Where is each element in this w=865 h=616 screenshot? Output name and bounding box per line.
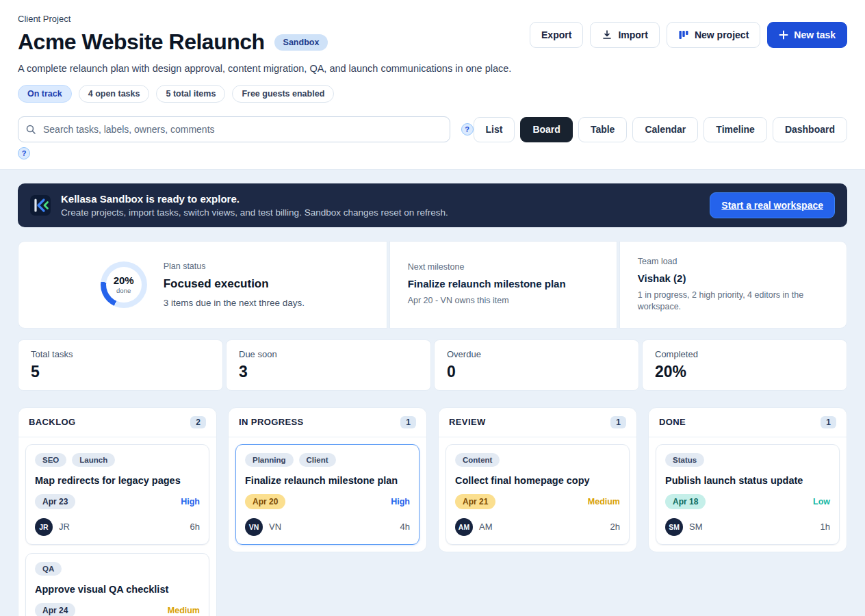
sandbox-banner: Kellasa Sandbox is ready to explore. Cre…: [18, 183, 847, 227]
task-card[interactable]: StatusPublish launch status updateApr 18…: [656, 444, 840, 545]
status-pills: On track4 open tasks5 total itemsFree gu…: [18, 85, 847, 103]
time-estimate: 6h: [190, 522, 200, 532]
team-load-subtitle: 1 in progress, 2 high priority, 4 editor…: [638, 290, 829, 313]
project-description: A complete relaunch plan with design app…: [18, 63, 847, 74]
plan-progress-percent: 20%: [114, 274, 134, 286]
task-title: Collect final homepage copy: [455, 475, 620, 486]
view-tab-timeline[interactable]: Timeline: [703, 117, 767, 142]
view-tab-table[interactable]: Table: [578, 117, 628, 142]
view-tab-board[interactable]: Board: [520, 117, 572, 142]
column-count-badge: 1: [610, 416, 626, 428]
milestone-title: Finalize relaunch milestone plan: [408, 278, 599, 290]
plan-status-title: Focused execution: [164, 277, 305, 291]
board-column-backlog: BACKLOG2SEOLaunchMap redirects for legac…: [18, 407, 217, 616]
owner-label: SM: [689, 522, 703, 532]
avatar: JR: [35, 518, 53, 536]
page-title: Acme Website Relaunch: [18, 29, 265, 55]
status-summary-row: 20% done Plan status Focused execution 3…: [18, 241, 847, 329]
tag-row: Status: [665, 453, 830, 467]
owner-label: VN: [269, 522, 281, 532]
time-estimate: 2h: [610, 522, 620, 532]
board-column-in-progress: IN PROGRESS1PlanningClientFinalize relau…: [228, 407, 427, 552]
new-task-button[interactable]: New task: [767, 22, 847, 48]
task-card[interactable]: PlanningClientFinalize relaunch mileston…: [235, 444, 419, 545]
due-date-pill: Apr 23: [35, 494, 75, 509]
owner-label: AM: [479, 522, 493, 532]
time-estimate: 1h: [821, 522, 830, 532]
priority-label: High: [181, 497, 200, 506]
task-card[interactable]: SEOLaunchMap redirects for legacy pagesA…: [25, 444, 209, 545]
meta-row: Apr 21Medium: [455, 494, 620, 509]
breadcrumb: Client Project: [18, 14, 328, 24]
column-name: DONE: [659, 417, 686, 427]
tag-chip: QA: [35, 562, 62, 576]
kanban-board: BACKLOG2SEOLaunchMap redirects for legac…: [18, 407, 847, 616]
due-date-pill: Apr 18: [665, 494, 706, 509]
tag-chip: Planning: [245, 453, 294, 467]
team-load-title: Vishak (2): [638, 272, 829, 284]
metric-value: 20%: [655, 363, 834, 381]
import-button-label: Import: [618, 29, 648, 40]
milestone-label: Next milestone: [408, 262, 599, 272]
view-switcher: ListBoardTableCalendarTimelineDashboard: [474, 117, 847, 142]
header-pill: Free guests enabled: [232, 85, 334, 103]
view-tab-calendar[interactable]: Calendar: [632, 117, 698, 142]
tag-chip: Launch: [72, 453, 115, 467]
banner-subtitle: Create projects, import tasks, switch vi…: [61, 207, 448, 218]
task-title: Approve visual QA checklist: [35, 584, 200, 595]
column-name: BACKLOG: [29, 417, 76, 427]
meta-row: Apr 23High: [35, 494, 200, 509]
next-milestone-card: Next milestone Finalize relaunch milesto…: [389, 241, 617, 329]
meta-row: Apr 18Low: [665, 494, 830, 509]
column-body: StatusPublish launch status updateApr 18…: [649, 437, 847, 552]
export-button[interactable]: Export: [530, 22, 583, 48]
metric-card: Completed20%: [642, 339, 847, 391]
import-button[interactable]: Import: [590, 22, 660, 48]
owner-label: JR: [59, 522, 70, 532]
metrics-row: Total tasks5Due soon3Overdue0Completed20…: [18, 339, 847, 391]
card-footer: AMAM2h: [455, 518, 620, 536]
export-button-label: Export: [541, 29, 571, 40]
tag-chip: Content: [455, 453, 500, 467]
metric-label: Due soon: [239, 349, 418, 359]
search-icon: [25, 124, 36, 135]
search-help-icon[interactable]: ?: [461, 123, 474, 136]
task-title: Map redirects for legacy pages: [35, 475, 200, 486]
card-footer: SMSM1h: [665, 518, 830, 536]
card-footer: JRJR6h: [35, 518, 200, 536]
meta-row: Apr 20High: [245, 494, 410, 509]
header-pill: 4 open tasks: [79, 85, 150, 103]
column-header: IN PROGRESS1: [229, 408, 426, 437]
board-column-review: REVIEW1ContentCollect final homepage cop…: [438, 407, 637, 552]
tag-row: QA: [35, 562, 200, 576]
view-tab-list[interactable]: List: [474, 117, 515, 142]
due-date-pill: Apr 21: [455, 494, 495, 509]
plan-status-card: 20% done Plan status Focused execution 3…: [18, 241, 387, 329]
column-body: SEOLaunchMap redirects for legacy pagesA…: [18, 437, 216, 616]
task-card[interactable]: ContentCollect final homepage copyApr 21…: [446, 444, 630, 545]
tag-row: Content: [455, 453, 620, 467]
column-body: ContentCollect final homepage copyApr 21…: [439, 437, 636, 552]
view-tab-dashboard[interactable]: Dashboard: [773, 117, 847, 142]
metric-label: Total tasks: [31, 349, 210, 359]
new-project-button[interactable]: New project: [667, 22, 760, 48]
tag-chip: Status: [665, 453, 704, 467]
time-estimate: 4h: [400, 522, 410, 532]
task-card[interactable]: QAApprove visual QA checklistApr 24Mediu…: [25, 553, 209, 616]
search-input[interactable]: [18, 116, 450, 142]
metric-value: 0: [447, 363, 626, 381]
tag-chip: Client: [299, 453, 336, 467]
secondary-help-icon[interactable]: ?: [18, 147, 30, 159]
team-load-card: Team load Vishak (2) 1 in progress, 2 hi…: [619, 241, 847, 329]
column-body: PlanningClientFinalize relaunch mileston…: [229, 437, 426, 552]
avatar: VN: [245, 518, 263, 536]
start-workspace-button[interactable]: Start a real workspace: [710, 192, 835, 218]
metric-label: Completed: [655, 349, 834, 359]
board-columns-icon: [678, 29, 689, 40]
plus-icon: [779, 30, 788, 40]
main-content: Kellasa Sandbox is ready to explore. Cre…: [0, 170, 865, 616]
avatar: SM: [665, 518, 683, 536]
meta-row: Apr 24Medium: [35, 603, 200, 616]
kellasa-logo: [30, 195, 51, 216]
header-actions: Export Import New project New task: [530, 22, 847, 48]
